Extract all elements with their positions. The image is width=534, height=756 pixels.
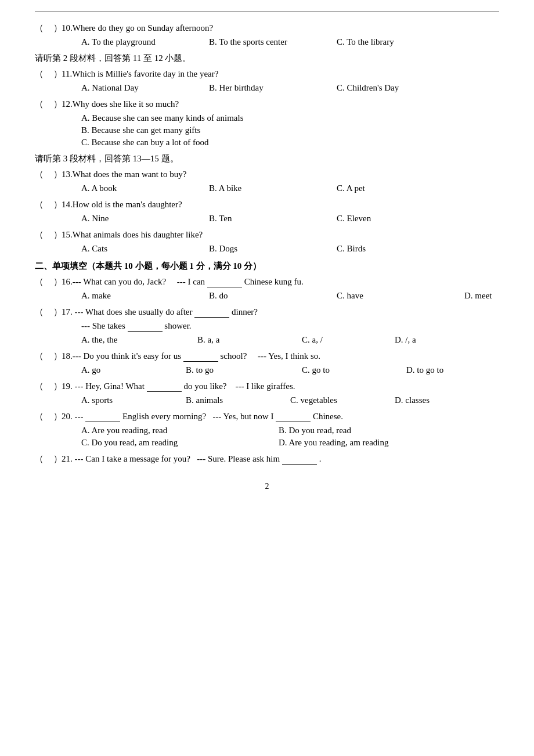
question-12: （ ） 12.Why does she like it so much? A. … xyxy=(35,99,499,147)
open-paren-16: （ xyxy=(35,276,43,287)
q15-option-b: B. Dogs xyxy=(209,244,337,254)
q18-option-c: C. go to xyxy=(302,365,406,375)
open-paren-20: （ xyxy=(35,411,43,422)
answer-space-18 xyxy=(43,351,53,361)
question-17: （ ） 17. --- What does she usually do aft… xyxy=(35,307,499,345)
answer-space-15 xyxy=(43,230,53,240)
open-paren-14: （ xyxy=(35,199,43,210)
question-18: （ ） 18.--- Do you think it's easy for us… xyxy=(35,351,499,375)
question-20: （ ） 20. --- English every morning? --- Y… xyxy=(35,411,499,448)
q12-option-a: A. Because she can see many kinds of ani… xyxy=(35,113,499,123)
q13-option-c: C. A pet xyxy=(337,183,464,193)
q21-blank xyxy=(282,454,317,465)
q18-options: A. go B. to go C. go to D. to go to xyxy=(35,365,499,375)
answer-space-14 xyxy=(43,200,53,210)
answer-space-13 xyxy=(43,170,53,179)
q20-options-row1: A. Are you reading, read B. Do you read,… xyxy=(35,426,499,435)
q14-text: 14.How old is the man's daughter? xyxy=(62,200,499,210)
answer-space-11 xyxy=(43,69,53,79)
question-21: （ ） 21. --- Can I take a message for you… xyxy=(35,453,499,465)
q16-option-d: D. meet xyxy=(464,291,534,301)
open-paren-11: （ xyxy=(35,69,43,80)
q11-text: 11.Which is Millie's favorite day in the… xyxy=(62,69,499,79)
q17-blank1 xyxy=(194,307,229,318)
q15-option-c: C. Birds xyxy=(337,244,464,254)
close-paren-11: ） xyxy=(53,69,62,80)
q20-options-row2: C. Do you read, am reading D. Are you re… xyxy=(35,438,499,448)
q20-option-b: B. Do you read, read xyxy=(279,426,453,435)
q13-options: A. A book B. A bike C. A pet xyxy=(35,183,499,193)
q12-text: 12.Why does she like it so much? xyxy=(62,99,499,109)
q16-blank xyxy=(207,277,242,287)
q13-text: 13.What does the man want to buy? xyxy=(62,170,499,179)
close-paren-17: ） xyxy=(53,307,62,318)
q17-option-b: B. a, a xyxy=(197,335,302,345)
question-10: （ ） 10.Where do they go on Sunday aftern… xyxy=(35,23,499,47)
q15-option-a: A. Cats xyxy=(81,244,209,254)
q11-options: A. National Day B. Her birthday C. Child… xyxy=(35,83,499,93)
section-b-title: 二、单项填空（本题共 10 小题，每小题 1 分，满分 10 分） xyxy=(35,261,499,272)
q20-option-a: A. Are you reading, read xyxy=(81,426,279,435)
q17-option-c: C. a, / xyxy=(302,335,395,345)
q18-option-b: B. to go xyxy=(186,365,302,375)
q13-option-a: A. A book xyxy=(81,183,209,193)
question-13: （ ） 13.What does the man want to buy? A.… xyxy=(35,169,499,193)
q10-options: A. To the playground B. To the sports ce… xyxy=(35,37,499,47)
question-15: （ ） 15.What animals does his daughter li… xyxy=(35,229,499,254)
q20-text: 20. --- English every morning? --- Yes, … xyxy=(62,412,499,422)
q10-option-a: A. To the playground xyxy=(81,37,209,47)
q16-options: A. make B. do C. have D. meet xyxy=(35,291,499,301)
close-paren-15: ） xyxy=(53,229,62,240)
q11-option-a: A. National Day xyxy=(81,83,209,93)
q17-blank2 xyxy=(128,321,163,332)
q18-blank xyxy=(183,351,218,362)
q15-options: A. Cats B. Dogs C. Birds xyxy=(35,244,499,254)
open-paren-13: （ xyxy=(35,169,43,180)
question-19: （ ） 19. --- Hey, Gina! What do you like?… xyxy=(35,381,499,405)
question-16: （ ） 16.--- What can you do, Jack? --- I … xyxy=(35,276,499,301)
answer-space-17 xyxy=(43,307,53,317)
close-paren-18: ） xyxy=(53,351,62,362)
q19-option-d: D. classes xyxy=(395,395,464,405)
q11-option-b: B. Her birthday xyxy=(209,83,337,93)
open-paren-10: （ xyxy=(35,23,43,34)
close-paren-16: ） xyxy=(53,276,62,287)
answer-space-21 xyxy=(43,454,53,464)
close-paren-12: ） xyxy=(53,99,62,110)
q10-text: 10.Where do they go on Sunday afternoon? xyxy=(62,23,499,33)
q14-option-a: A. Nine xyxy=(81,214,209,224)
answer-space-20 xyxy=(43,412,53,422)
q17-option-d: D. /, a xyxy=(395,335,464,345)
answer-space-12 xyxy=(43,99,53,109)
q21-text: 21. --- Can I take a message for you? --… xyxy=(62,454,499,465)
q19-option-c: C. vegetables xyxy=(290,395,395,405)
q20-option-d: D. Are you reading, am reading xyxy=(279,438,453,448)
q19-option-b: B. animals xyxy=(186,395,290,405)
q17-line2: --- She takes shower. xyxy=(35,321,499,332)
open-paren-12: （ xyxy=(35,99,43,110)
q17-options: A. the, the B. a, a C. a, / D. /, a xyxy=(35,335,499,345)
q16-option-c: C. have xyxy=(337,291,464,301)
q18-option-d: D. to go to xyxy=(406,365,499,375)
open-paren-18: （ xyxy=(35,351,43,362)
section3-header: 请听第 3 段材料，回答第 13—15 题。 xyxy=(35,153,499,164)
question-11: （ ） 11.Which is Millie's favorite day in… xyxy=(35,69,499,93)
open-paren-15: （ xyxy=(35,229,43,240)
q16-option-a: A. make xyxy=(81,291,209,301)
close-paren-14: ） xyxy=(53,199,62,210)
q20-blank1 xyxy=(85,412,120,422)
q20-blank2 xyxy=(276,412,311,422)
q11-option-c: C. Children's Day xyxy=(337,83,464,93)
q17-option-a: A. the, the xyxy=(81,335,197,345)
q14-option-c: C. Eleven xyxy=(337,214,464,224)
q16-option-b: B. do xyxy=(209,291,337,301)
open-paren-17: （ xyxy=(35,307,43,318)
q20-option-c: C. Do you read, am reading xyxy=(81,438,279,448)
q17-line1: 17. --- What does she usually do after d… xyxy=(62,307,499,318)
page-number: 2 xyxy=(35,482,499,491)
q12-option-b: B. Because she can get many gifts xyxy=(35,125,499,135)
q19-options: A. sports B. animals C. vegetables D. cl… xyxy=(35,395,499,405)
top-divider xyxy=(35,12,499,12)
q12-option-c: C. Because she can buy a lot of food xyxy=(35,138,499,147)
section2-header: 请听第 2 段材料，回答第 11 至 12 小题。 xyxy=(35,53,499,64)
